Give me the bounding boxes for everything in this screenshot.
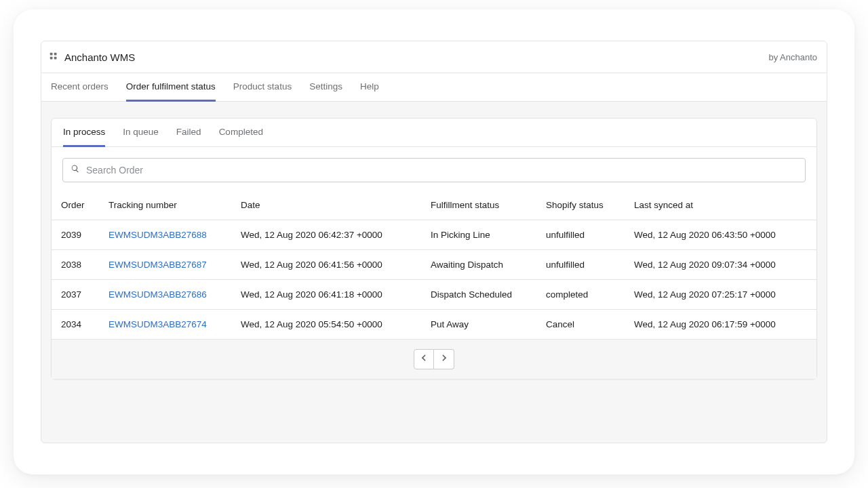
tracking-link[interactable]: EWMSUDM3ABB27687	[108, 260, 207, 270]
col-tracking: Tracking number	[99, 193, 231, 220]
tracking-link[interactable]: EWMSUDM3ABB27674	[108, 319, 207, 329]
tab-recent-orders[interactable]: Recent orders	[51, 73, 108, 102]
cell-order: 2038	[52, 250, 99, 280]
cell-synced: Wed, 12 Aug 2020 07:25:17 +0000	[625, 280, 816, 310]
cell-order: 2034	[52, 310, 99, 340]
cell-shopify: unfulfilled	[536, 220, 625, 250]
tab-product-status[interactable]: Product status	[233, 73, 292, 102]
tab-help[interactable]: Help	[360, 73, 379, 102]
tracking-link[interactable]: EWMSUDM3ABB27686	[108, 289, 207, 300]
subtab-in-process[interactable]: In process	[63, 119, 105, 147]
cell-fulfillment: In Picking Line	[421, 220, 536, 250]
primary-tabs: Recent orders Order fulfilment status Pr…	[41, 73, 827, 102]
col-synced: Last synced at	[625, 193, 816, 220]
svg-rect-2	[50, 57, 53, 60]
cell-shopify: completed	[536, 280, 625, 310]
content-area: In process In queue Failed Completed	[41, 102, 827, 443]
cell-order: 2037	[52, 280, 99, 310]
table-row: 2034EWMSUDM3ABB27674Wed, 12 Aug 2020 05:…	[52, 310, 816, 340]
svg-rect-3	[54, 57, 57, 60]
cell-date: Wed, 12 Aug 2020 05:54:50 +0000	[231, 310, 421, 340]
app-byline: by Anchanto	[768, 52, 817, 62]
cell-date: Wed, 12 Aug 2020 06:42:37 +0000	[231, 220, 421, 250]
next-page-button[interactable]	[434, 349, 454, 369]
col-fulfillment: Fulfillment status	[421, 193, 536, 220]
cell-fulfillment: Dispatch Scheduled	[421, 280, 536, 310]
app-grid-icon	[50, 51, 58, 63]
search-row	[52, 147, 816, 193]
svg-rect-1	[54, 53, 57, 56]
col-shopify: Shopify status	[536, 193, 625, 220]
cell-fulfillment: Awaiting Dispatch	[421, 250, 536, 280]
cell-date: Wed, 12 Aug 2020 06:41:56 +0000	[231, 250, 421, 280]
app-panel: Anchanto WMS by Anchanto Recent orders O…	[41, 41, 827, 443]
app-header: Anchanto WMS by Anchanto	[41, 41, 827, 73]
orders-table: Order Tracking number Date Fulfillment s…	[52, 193, 816, 340]
svg-rect-0	[50, 53, 53, 56]
cell-shopify: unfulfilled	[536, 250, 625, 280]
table-row: 2037EWMSUDM3ABB27686Wed, 12 Aug 2020 06:…	[52, 280, 816, 310]
cell-shopify: Cancel	[536, 310, 625, 340]
cell-order: 2039	[52, 220, 99, 250]
pagination	[52, 340, 816, 379]
cell-synced: Wed, 12 Aug 2020 06:17:59 +0000	[625, 310, 816, 340]
cell-synced: Wed, 12 Aug 2020 06:43:50 +0000	[625, 220, 816, 250]
subtab-in-queue[interactable]: In queue	[123, 119, 159, 147]
tracking-link[interactable]: EWMSUDM3ABB27688	[108, 230, 207, 240]
search-icon	[70, 163, 81, 177]
search-input[interactable]	[86, 165, 798, 176]
orders-card: In process In queue Failed Completed	[51, 118, 817, 380]
window-frame: Anchanto WMS by Anchanto Recent orders O…	[14, 9, 854, 474]
table-row: 2038EWMSUDM3ABB27687Wed, 12 Aug 2020 06:…	[52, 250, 816, 280]
app-title: Anchanto WMS	[64, 52, 135, 63]
col-date: Date	[231, 193, 421, 220]
cell-date: Wed, 12 Aug 2020 06:41:18 +0000	[231, 280, 421, 310]
table-row: 2039EWMSUDM3ABB27688Wed, 12 Aug 2020 06:…	[52, 220, 816, 250]
arrow-right-icon	[439, 352, 450, 366]
tab-settings[interactable]: Settings	[309, 73, 342, 102]
cell-fulfillment: Put Away	[421, 310, 536, 340]
status-tabs: In process In queue Failed Completed	[52, 119, 816, 147]
subtab-failed[interactable]: Failed	[176, 119, 201, 147]
tab-order-fulfilment-status[interactable]: Order fulfilment status	[126, 73, 216, 102]
search-box	[62, 158, 806, 182]
cell-synced: Wed, 12 Aug 2020 09:07:34 +0000	[625, 250, 816, 280]
arrow-left-icon	[418, 352, 429, 366]
prev-page-button[interactable]	[414, 349, 434, 369]
app-header-left: Anchanto WMS	[50, 51, 135, 63]
col-order: Order	[52, 193, 99, 220]
subtab-completed[interactable]: Completed	[219, 119, 263, 147]
